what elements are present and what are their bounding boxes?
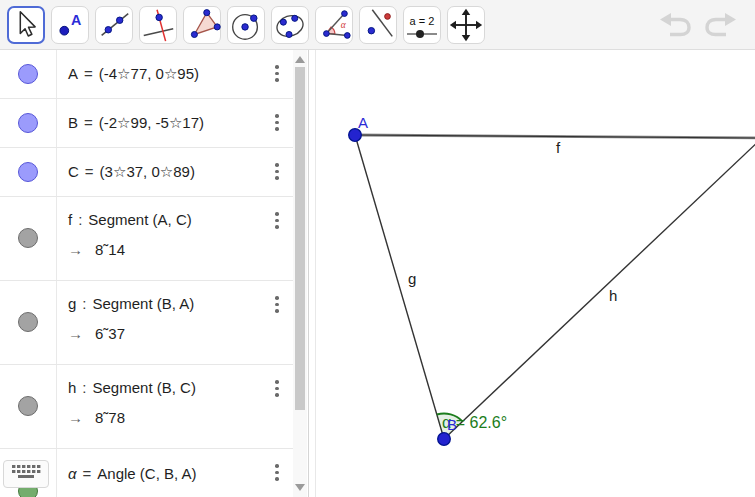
virtual-keyboard-button[interactable]	[3, 460, 49, 488]
move-graphics-tool-button[interactable]	[447, 6, 485, 44]
undo-icon[interactable]	[660, 13, 689, 35]
graphics-view[interactable]: α = 62.6°fghAB	[316, 50, 755, 497]
circle-center-point-icon	[227, 6, 265, 44]
move-graphics-view-icon	[447, 6, 485, 44]
scroll-down-icon[interactable]	[295, 484, 305, 491]
value-text: →8˜78	[68, 409, 293, 426]
algebra-row-A: A=(-4☆77, 0☆95)	[0, 50, 293, 99]
row-menu-icon-alpha[interactable]	[269, 462, 285, 484]
ellipse-icon	[271, 6, 309, 44]
keyboard-icon	[10, 463, 42, 485]
row-menu-icon-h[interactable]	[269, 378, 285, 400]
visibility-toggle-h[interactable]	[18, 396, 38, 416]
row-menu-icon-A[interactable]	[269, 63, 285, 85]
visibility-toggle-B[interactable]	[18, 113, 38, 133]
line-tool-button[interactable]	[95, 6, 133, 44]
redo-icon[interactable]	[707, 13, 736, 35]
segment-label-h: h	[609, 287, 617, 304]
perpendicular-line-tool-button[interactable]	[139, 6, 177, 44]
slider-icon: a = 2	[407, 15, 437, 35]
definition-text: α=Angle (C, B, A)	[68, 465, 293, 482]
polygon-tool-button[interactable]	[183, 6, 221, 44]
definition-text: B=(-2☆99, -5☆17)	[68, 114, 293, 132]
row-menu-icon-C[interactable]	[269, 161, 285, 183]
scroll-up-icon[interactable]	[295, 56, 305, 63]
definition-text: C=(3☆37, 0☆89)	[68, 163, 293, 181]
row-menu-icon-g[interactable]	[269, 294, 285, 316]
perpendicular-line-icon	[139, 6, 177, 44]
point-label-B: B	[447, 416, 457, 433]
definition-text: f:Segment (A, C)	[68, 211, 293, 228]
definition-text: g:Segment (B, A)	[68, 295, 293, 312]
segment-label-g: g	[408, 270, 416, 287]
visibility-toggle-g[interactable]	[18, 312, 38, 332]
line-icon	[95, 6, 133, 44]
visibility-toggle-C[interactable]	[18, 162, 38, 182]
algebra-row-f: f:Segment (A, C)→8˜14	[0, 197, 293, 281]
angle-icon: α	[315, 6, 353, 44]
definition-text: A=(-4☆77, 0☆95)	[68, 65, 293, 83]
row-menu-icon-f[interactable]	[269, 210, 285, 232]
angle-tool-button[interactable]: α	[315, 6, 353, 44]
value-text: →8˜14	[68, 241, 293, 258]
polygon-icon	[183, 6, 221, 44]
panel-divider[interactable]	[308, 50, 309, 497]
move-cursor-icon	[7, 6, 45, 44]
visibility-toggle-f[interactable]	[18, 228, 38, 248]
definition-text: h:Segment (B, C)	[68, 379, 293, 396]
toolbar: A α a = 2	[0, 0, 755, 50]
point-B[interactable]	[438, 433, 451, 446]
point-label-A: A	[358, 114, 368, 131]
segment-h[interactable]	[444, 138, 755, 439]
segment-g[interactable]	[355, 135, 444, 439]
segment-label-f: f	[556, 139, 561, 156]
svg-text:α: α	[341, 20, 347, 30]
move-tool-button[interactable]	[7, 6, 45, 44]
algebra-row-h: h:Segment (B, C)→8˜78	[0, 365, 293, 449]
algebra-row-B: B=(-2☆99, -5☆17)	[0, 99, 293, 148]
value-text: →6˜37	[68, 325, 293, 342]
scrollbar-thumb[interactable]	[295, 67, 305, 410]
point-tool-button[interactable]: A	[51, 6, 89, 44]
algebra-scrollbar[interactable]	[293, 50, 307, 497]
algebra-row-C: C=(3☆37, 0☆89)	[0, 148, 293, 197]
row-menu-icon-B[interactable]	[269, 112, 285, 134]
circle-tool-button[interactable]	[227, 6, 265, 44]
point-icon: A	[51, 6, 89, 44]
slider-tool-button[interactable]: a = 2	[403, 6, 441, 44]
reflect-tool-button[interactable]	[359, 6, 397, 44]
reflect-about-line-icon	[359, 6, 397, 44]
svg-text:A: A	[71, 12, 81, 28]
undo-redo-group	[656, 9, 740, 45]
slider-icon-label: a = 2	[410, 15, 435, 27]
algebra-row-g: g:Segment (B, A)→6˜37	[0, 281, 293, 365]
visibility-toggle-A[interactable]	[18, 64, 38, 84]
algebra-view: A=(-4☆77, 0☆95)B=(-2☆99, -5☆17)C=(3☆37, …	[0, 50, 293, 497]
ellipse-tool-button[interactable]	[271, 6, 309, 44]
